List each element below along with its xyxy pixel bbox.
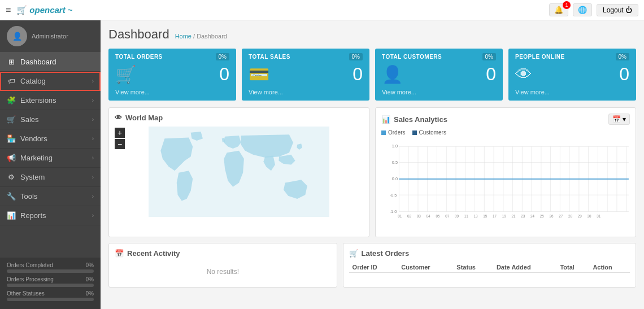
sidebar-item-label: Marketing [20, 154, 53, 162]
sidebar-item-label: Sales [20, 115, 39, 124]
svg-text:29: 29 [578, 214, 582, 218]
zoom-out-button[interactable]: − [115, 139, 125, 149]
stat-card-pct: 0% [349, 53, 363, 60]
no-results-text: No results! [115, 262, 331, 281]
svg-text:23: 23 [521, 214, 525, 218]
stat-card-pct: 0% [216, 53, 229, 60]
sidebar-item-system[interactable]: ⚙ System › [0, 168, 101, 187]
sidebar-item-reports[interactable]: 📊 Reports › [0, 206, 101, 225]
svg-text:31: 31 [597, 214, 601, 218]
sidebar: 👤 Administrator ⊞ Dashboard 🏷 Catalog › … [0, 20, 101, 309]
stat-label-text: Other Statuses [7, 290, 45, 297]
logo-text: opencart [29, 5, 65, 15]
top-bar-right: 🔔 1 🌐 Logout ⏻ [549, 3, 638, 16]
catalog-icon: 🏷 [7, 77, 16, 85]
extensions-icon: 🧩 [7, 96, 16, 105]
stat-card-total-customers: TOTAL CUSTOMERS 0% 👤 0 View more... [375, 49, 503, 101]
middle-panels: 👁 World Map + − [108, 107, 636, 237]
analytics-title: Sales Analytics [394, 115, 447, 124]
sidebar-item-label: Reports [20, 211, 46, 220]
legend-customers: Customers [412, 129, 446, 136]
hamburger-menu[interactable]: ≡ [6, 5, 11, 15]
zoom-in-button[interactable]: + [115, 128, 125, 138]
cart-icon: 🛒 [115, 64, 136, 84]
svg-text:11: 11 [464, 214, 468, 218]
view-more-customers[interactable]: View more... [382, 89, 416, 95]
recent-activity-title: Recent Activity [127, 249, 180, 258]
vendors-icon: 🏪 [7, 134, 16, 143]
sidebar-item-tools[interactable]: 🔧 Tools › [0, 187, 101, 206]
chevron-right-icon: › [92, 155, 94, 161]
orders-panel-icon: 🛒 [349, 249, 358, 258]
lower-panels: 📅 Recent Activity No results! 🛒 Latest O… [108, 243, 636, 288]
svg-text:15: 15 [483, 214, 487, 218]
page-title: Dashboard [108, 27, 169, 42]
legend-customers-label: Customers [419, 129, 446, 136]
breadcrumb-home[interactable]: Home [175, 33, 192, 40]
chevron-right-icon: › [92, 193, 94, 199]
stat-card-total-orders: TOTAL ORDERS 0% 🛒 0 View more... [108, 49, 236, 101]
col-total: Total [556, 262, 589, 273]
legend-orders-label: Orders [388, 129, 406, 136]
reports-icon: 📊 [7, 211, 16, 220]
map-container: + − [115, 127, 363, 220]
map-zoom-controls: + − [115, 128, 125, 149]
sidebar-item-sales[interactable]: 🛒 Sales › [0, 110, 101, 129]
svg-text:-0.5: -0.5 [390, 193, 397, 198]
sales-icon: 🛒 [7, 115, 16, 124]
globe-button[interactable]: 🌐 [573, 3, 592, 16]
stat-orders-completed: Orders Completed 0% [7, 262, 94, 273]
view-more-orders[interactable]: View more... [115, 89, 150, 95]
breadcrumb: Home / Dashboard [175, 33, 227, 40]
svg-text:25: 25 [540, 214, 544, 218]
stat-pct: 0% [86, 290, 94, 297]
customers-icon: 👤 [382, 64, 403, 84]
sidebar-item-vendors[interactable]: 🏪 Vendors › [0, 129, 101, 149]
chevron-right-icon: › [92, 97, 94, 103]
marketing-icon: 📢 [7, 154, 16, 162]
world-map-panel: 👁 World Map + − [108, 107, 369, 237]
stat-pct: 0% [86, 262, 94, 268]
dashboard-icon: ⊞ [7, 58, 16, 66]
stat-card-value: 0 [353, 64, 363, 85]
logout-button[interactable]: Logout ⏻ [597, 4, 638, 16]
sidebar-item-marketing[interactable]: 📢 Marketing › [0, 149, 101, 168]
svg-text:30: 30 [588, 214, 591, 218]
sidebar-stats: Orders Completed 0% Orders Processing 0%… [0, 258, 101, 309]
logo-tilde: ~ [68, 5, 73, 15]
sidebar-item-dashboard[interactable]: ⊞ Dashboard [0, 53, 101, 72]
calendar-button[interactable]: 📅 ▾ [608, 114, 630, 125]
stat-card-value: 0 [219, 64, 229, 85]
stat-card-title: PEOPLE ONLINE [515, 54, 565, 60]
col-date-added: Date Added [493, 262, 557, 273]
system-icon: ⚙ [7, 173, 16, 181]
customers-legend-dot [412, 130, 417, 135]
svg-text:21: 21 [511, 214, 515, 218]
stat-card-title: TOTAL ORDERS [115, 54, 163, 60]
sidebar-item-extensions[interactable]: 🧩 Extensions › [0, 91, 101, 110]
chevron-right-icon: › [92, 136, 94, 142]
page-header: Dashboard Home / Dashboard [108, 27, 636, 42]
svg-text:05: 05 [436, 214, 440, 218]
sidebar-nav: ⊞ Dashboard 🏷 Catalog › 🧩 Extensions › [0, 53, 101, 258]
logo: 🛒 opencart ~ [16, 5, 72, 15]
recent-activity-panel: 📅 Recent Activity No results! [108, 243, 337, 288]
view-more-sales[interactable]: View more... [249, 89, 283, 95]
view-more-online[interactable]: View more... [515, 89, 550, 95]
chart-icon: 📊 [381, 115, 390, 124]
sidebar-item-catalog[interactable]: 🏷 Catalog › [0, 72, 101, 91]
svg-text:0.0: 0.0 [392, 176, 398, 181]
stat-card-title: TOTAL CUSTOMERS [382, 54, 442, 60]
world-map-title: World Map [125, 114, 163, 122]
svg-text:09: 09 [455, 214, 459, 218]
top-bar-left: ≡ 🛒 opencart ~ [6, 5, 72, 15]
world-map-svg [115, 127, 363, 217]
tools-icon: 🔧 [7, 192, 16, 201]
svg-text:19: 19 [502, 214, 506, 218]
stat-label-text: Orders Completed [7, 262, 53, 268]
notification-badge: 1 [563, 1, 571, 9]
bell-icon: 🔔 [554, 6, 563, 14]
notification-button[interactable]: 🔔 1 [549, 3, 568, 16]
sales-card-icon: 💳 [249, 64, 269, 84]
chevron-right-icon: › [92, 78, 94, 84]
